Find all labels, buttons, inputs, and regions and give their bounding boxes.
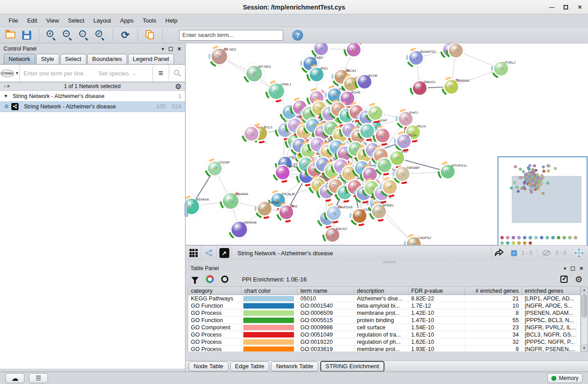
cell-chart-color <box>242 324 298 331</box>
graph-node[interactable]: MS4A4E <box>225 215 257 243</box>
refresh-button[interactable]: ⟳ <box>119 29 132 42</box>
table-row[interactable]: GO FunctionGO:0005515protein binding1.47… <box>188 317 580 324</box>
close-icon[interactable]: ✕ <box>576 4 583 10</box>
table-row[interactable]: GO ProcessGO:0006509membrane prot...1.42… <box>188 309 580 317</box>
tree-expander-icon[interactable]: ▼ <box>4 94 8 98</box>
pan-move-icon[interactable] <box>574 248 584 258</box>
tab-select[interactable]: Select <box>60 54 86 64</box>
column-header-category[interactable]: category <box>188 287 242 295</box>
menu-view[interactable]: View <box>42 16 63 25</box>
network-tree: ▼String Network - Alzheimer's disease1St… <box>0 91 185 112</box>
graph-node[interactable]: ADAMTS2 <box>403 45 436 70</box>
expand-all-icon[interactable]: » <box>5 85 11 88</box>
network-tree-row[interactable]: ▼String Network - Alzheimer's disease1 <box>0 91 185 101</box>
graph-node[interactable] <box>341 43 366 62</box>
table-scrollbar[interactable]: ▲ ▼ <box>581 286 588 351</box>
panel-splitter-handle[interactable] <box>185 202 188 217</box>
column-header-chart-color[interactable]: chart color <box>242 287 298 295</box>
graph-node[interactable]: MT-ND2 <box>205 43 236 70</box>
select-rows-icon[interactable] <box>560 276 568 283</box>
zoom-in-button[interactable]: + <box>45 29 58 42</box>
tab-node-table[interactable]: Node Table <box>189 361 228 371</box>
menu-help[interactable]: Help <box>161 16 182 25</box>
chart-color-icon[interactable] <box>206 275 214 283</box>
string-options-button[interactable]: ≡ <box>152 65 169 82</box>
scrollbar-thumb[interactable] <box>582 294 587 318</box>
table-panel-float-icon[interactable] <box>571 267 575 271</box>
graph-node[interactable]: CD2AP <box>202 156 230 181</box>
menu-layout[interactable]: Layout <box>89 16 115 25</box>
selected-count-icon[interactable]: ✓ <box>511 250 517 256</box>
cell-chart-color <box>242 309 298 316</box>
string-search-button[interactable] <box>169 65 185 82</box>
graph-node[interactable]: CADPS2 <box>401 231 431 245</box>
tab-legend-panel[interactable]: Legend Panel <box>128 54 174 64</box>
table-row[interactable]: KEGG Pathways05010Alzheimer's dise...8.8… <box>188 295 580 302</box>
menu-edit[interactable]: Edit <box>23 16 41 25</box>
cell-description: Alzheimer's dise... <box>354 295 408 302</box>
graph-node[interactable]: ABCA7 <box>252 197 280 221</box>
clone-network-button[interactable]: ∴ <box>143 29 157 42</box>
maximize-icon[interactable] <box>564 5 568 9</box>
panel-menu-icon[interactable]: ▾ <box>161 46 164 52</box>
filter-icon[interactable] <box>191 277 199 281</box>
column-header-fdr-p-value[interactable]: FDR p-value <box>408 287 465 295</box>
hidden-eye-icon[interactable] <box>542 250 551 256</box>
tab-boundaries[interactable]: Boundaries <box>87 54 127 64</box>
string-share-button[interactable] <box>201 246 217 261</box>
cell-description: beta-amyloid bi... <box>354 302 408 309</box>
export-network-button[interactable] <box>491 246 507 261</box>
horizontal-splitter[interactable] <box>186 260 588 264</box>
cloud-button[interactable]: ☁ <box>5 373 24 383</box>
task-list-button[interactable]: ☰ <box>29 373 48 383</box>
table-row[interactable]: GO FunctionGO:0001540beta-amyloid bi...1… <box>188 302 580 309</box>
memory-button[interactable]: Memory <box>547 373 583 383</box>
close-panel-icon[interactable]: ✕ <box>177 46 181 52</box>
tab-string-enrichment[interactable]: STRING Enrichment <box>320 361 384 372</box>
table-row[interactable]: GO ProcessGO:0033619membrane prot...1.93… <box>188 346 580 351</box>
help-icon[interactable]: ? <box>292 30 303 41</box>
birdseye-view[interactable] <box>498 156 588 246</box>
tab-style[interactable]: Style <box>36 54 59 64</box>
string-query-input[interactable]: Enter one term per line. Set species → <box>20 65 152 82</box>
zoom-selected-button[interactable]: ✓ <box>94 29 107 42</box>
network-tree-row[interactable]: String Network - Alzheimer's disease1005… <box>0 101 185 112</box>
clear-chart-icon[interactable] <box>221 276 228 283</box>
detach-view-button[interactable]: ↗ <box>217 246 232 261</box>
menu-tools[interactable]: Tools <box>138 16 160 25</box>
tab-edge-table[interactable]: Edge Table <box>230 361 270 371</box>
graph-node[interactable]: PVRL2 <box>489 57 516 80</box>
save-session-button[interactable] <box>20 29 33 42</box>
node-label: ABCA1 <box>345 69 356 73</box>
scroll-up-icon[interactable]: ▲ <box>581 287 587 293</box>
table-row[interactable]: GO ProcessGO:0051049regulation of tra...… <box>188 331 580 338</box>
network-options-gear-icon[interactable]: ⚙ <box>175 82 181 91</box>
column-header-description[interactable]: description <box>354 287 408 295</box>
column-header-term-name[interactable]: term name <box>298 287 354 295</box>
column-header-enriched-genes[interactable]: enriched genes <box>522 287 579 295</box>
tab-network-table[interactable]: Network Table <box>271 361 318 371</box>
graph-node[interactable]: MS4A6A <box>217 187 248 215</box>
minimize-icon[interactable]: — <box>548 4 555 10</box>
scroll-down-icon[interactable]: ▼ <box>581 345 587 351</box>
menu-file[interactable]: File <box>5 16 22 25</box>
enrichment-settings-gear-icon[interactable]: ⚙ <box>575 274 583 285</box>
tab-network[interactable]: Network <box>4 54 35 64</box>
grid-view-button[interactable] <box>186 246 201 261</box>
table-row[interactable]: GO ProcessGO:0019220regulation of ph...1… <box>188 338 580 346</box>
search-input[interactable] <box>179 30 283 41</box>
table-panel-close-icon[interactable]: ✕ <box>579 266 583 272</box>
graph-node[interactable]: TOMM40 <box>439 74 469 99</box>
menu-select[interactable]: Select <box>64 16 88 25</box>
zoom-out-button[interactable]: − <box>61 29 75 42</box>
graph-node[interactable]: VSNL1 <box>262 77 291 105</box>
string-protein-query-selector[interactable]: STRING ▼ <box>0 65 20 82</box>
table-panel-menu-icon[interactable]: ▾ <box>564 266 566 272</box>
zoom-fit-button[interactable]: ⌐ <box>77 29 91 42</box>
open-session-button[interactable] <box>4 29 17 42</box>
column-header--enriched-genes[interactable]: # enriched genes <box>465 287 522 295</box>
table-row[interactable]: GO ComponentGO:0009986cell surface1.54E-… <box>188 324 580 331</box>
graph-node[interactable]: MTHFD1L <box>435 159 467 184</box>
float-panel-icon[interactable] <box>169 47 173 51</box>
menu-apps[interactable]: Apps <box>116 16 138 25</box>
